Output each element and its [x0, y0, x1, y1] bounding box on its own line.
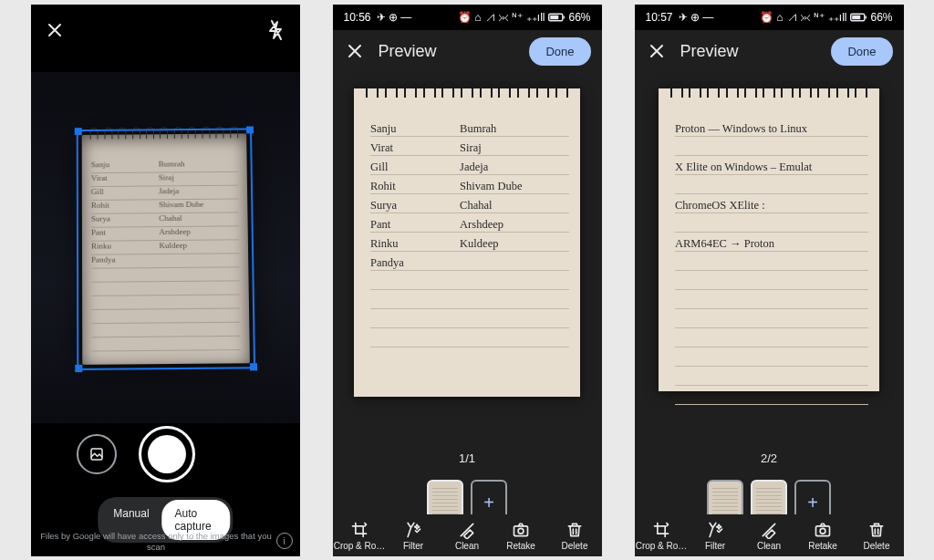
preview-canvas[interactable]: SanjuBumrahViratSirajGillJadejaRohitShiv… [333, 72, 602, 451]
close-icon[interactable] [44, 19, 66, 41]
svg-rect-9 [816, 525, 830, 535]
scanner-screen: Scanning... hold steady SanjuBumrahVirat… [31, 5, 300, 556]
svg-rect-8 [853, 16, 861, 20]
filter-button[interactable]: Filter [689, 514, 742, 556]
flash-off-icon[interactable] [265, 19, 287, 41]
crop-rotate-button[interactable]: Crop & Ro… [333, 514, 387, 556]
page-title: Preview [379, 42, 530, 61]
shutter-button[interactable] [139, 426, 195, 482]
privacy-disclaimer: Files by Google will have access only to… [40, 531, 273, 553]
svg-rect-2 [564, 16, 566, 19]
clean-button[interactable]: Clean [742, 514, 796, 556]
page-indicator: 1/1 [333, 451, 602, 473]
status-right-icons: ⏰ ⌂ ⩘ ⩙ ᴺ⁺ ₊₊ıll [760, 11, 847, 24]
scanned-page: Proton — Windows to LinuxX Elite on Wind… [659, 88, 879, 391]
page-indicator: 2/2 [635, 451, 904, 473]
done-button[interactable]: Done [831, 37, 892, 66]
retake-button[interactable]: Retake [494, 514, 548, 556]
svg-rect-4 [514, 525, 528, 535]
preview-screen-1: 10:56✈ ⊕ — ⏰ ⌂ ⩘ ⩙ ᴺ⁺ ₊₊ıll66% Preview D… [333, 5, 602, 556]
svg-rect-0 [91, 449, 102, 460]
gallery-button[interactable] [77, 434, 117, 474]
svg-point-10 [820, 528, 825, 534]
page-title: Preview [680, 42, 832, 61]
clock: 10:56 [344, 11, 371, 24]
status-left-icons: ✈ ⊕ — [679, 11, 714, 24]
crop-rotate-button[interactable]: Crop & Ro… [635, 514, 689, 556]
close-icon[interactable] [344, 40, 366, 62]
delete-button[interactable]: Delete [548, 514, 602, 556]
status-right-icons: ⏰ ⌂ ⩘ ⩙ ᴺ⁺ ₊₊ıll [458, 11, 545, 24]
done-button[interactable]: Done [529, 37, 590, 66]
status-bar: 10:57✈ ⊕ — ⏰ ⌂ ⩘ ⩙ ᴺ⁺ ₊₊ıll66% [635, 5, 904, 30]
battery-level: 66% [870, 11, 892, 24]
svg-point-5 [518, 528, 524, 534]
clock: 10:57 [646, 11, 673, 24]
clean-button[interactable]: Clean [441, 514, 494, 556]
edit-toolbar: Crop & Ro… Filter Clean Retake Delete [635, 514, 904, 556]
preview-canvas[interactable]: Proton — Windows to LinuxX Elite on Wind… [635, 72, 904, 451]
retake-button[interactable]: Retake [796, 514, 850, 556]
status-left-icons: ✈ ⊕ — [377, 11, 412, 24]
svg-rect-7 [866, 16, 867, 19]
battery-level: 66% [568, 11, 590, 24]
status-bar: 10:56✈ ⊕ — ⏰ ⌂ ⩘ ⩙ ᴺ⁺ ₊₊ıll66% [333, 5, 602, 30]
camera-viewfinder: SanjuBumrahViratSirajGillJadejaRohitShiv… [31, 72, 300, 423]
filter-button[interactable]: Filter [387, 514, 441, 556]
close-icon[interactable] [646, 40, 668, 62]
scanned-page: SanjuBumrahViratSirajGillJadejaRohitShiv… [354, 88, 580, 397]
svg-rect-3 [551, 16, 559, 20]
info-icon[interactable]: i [276, 533, 293, 549]
scan-bounding-box [77, 128, 255, 370]
preview-screen-2: 10:57✈ ⊕ — ⏰ ⌂ ⩘ ⩙ ᴺ⁺ ₊₊ıll66% Preview D… [635, 5, 904, 556]
delete-button[interactable]: Delete [850, 514, 904, 556]
edit-toolbar: Crop & Ro… Filter Clean Retake Delete [333, 514, 602, 556]
